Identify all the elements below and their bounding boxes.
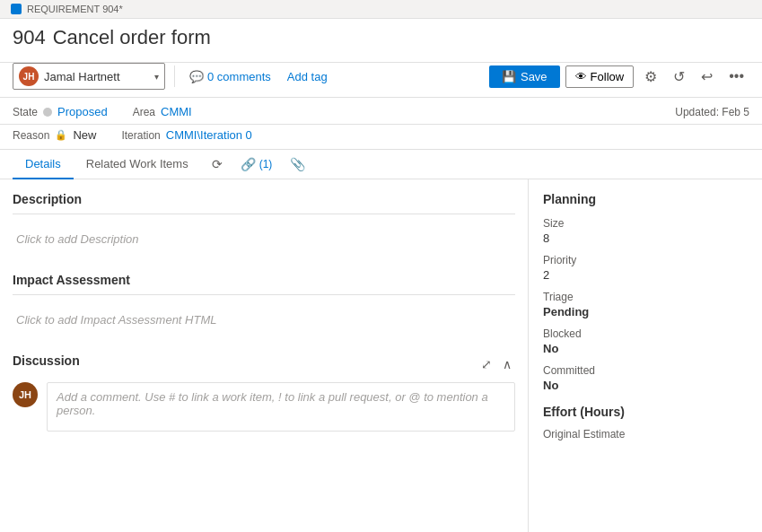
area-label: Area [133, 106, 155, 118]
iteration-field: Iteration CMMI\Iteration 0 [121, 128, 251, 142]
description-section: Description Click to add Description [13, 192, 515, 253]
impact-section: Impact Assessment Click to add Impact As… [13, 273, 515, 334]
assignee-name: Jamal Hartnett [44, 70, 149, 83]
work-item-id: 904 [13, 26, 46, 49]
tab-related-work-items[interactable]: Related Work Items [74, 150, 201, 179]
meta-row-2: Reason 🔒 New Iteration CMMI\Iteration 0 [0, 125, 762, 150]
comment-input[interactable]: Add a comment. Use # to link a work item… [47, 382, 515, 432]
undo-button[interactable]: ↩ [696, 65, 718, 89]
comments-button[interactable]: 💬 0 comments [184, 67, 276, 86]
reason-value[interactable]: New [73, 128, 96, 142]
link-icon: 🔗 [241, 157, 256, 171]
iteration-value[interactable]: CMMI\Iteration 0 [166, 128, 252, 142]
impact-placeholder[interactable]: Click to add Impact Assessment HTML [13, 306, 515, 334]
planning-title: Planning [543, 192, 748, 206]
tab-attachments[interactable]: 📎 [283, 152, 312, 177]
assignee-dropdown[interactable]: JH Jamal Hartnett ▾ [13, 63, 165, 90]
tabs-bar: Details Related Work Items ⟳ 🔗 (1) 📎 [0, 150, 762, 179]
paperclip-icon: 📎 [290, 157, 305, 171]
original-estimate-label: Original Estimate [543, 428, 748, 440]
committed-label: Committed [543, 364, 748, 377]
discussion-header: Discussion ⤢ ∧ [13, 353, 515, 375]
priority-value[interactable]: 2 [543, 268, 748, 282]
toolbar: JH Jamal Hartnett ▾ 💬 0 comments Add tag… [0, 63, 762, 98]
state-field: State Proposed [13, 105, 108, 118]
tab-links[interactable]: 🔗 (1) [233, 152, 280, 177]
description-placeholder[interactable]: Click to add Description [13, 225, 515, 253]
breadcrumb-text: REQUIREMENT 904* [27, 4, 123, 14]
work-item-title-row: 904 Cancel order form [13, 26, 749, 49]
triage-label: Triage [543, 291, 748, 303]
field-size: Size 8 [543, 217, 748, 245]
breadcrumb-bar: REQUIREMENT 904* [0, 0, 762, 19]
triage-value[interactable]: Pending [543, 305, 748, 318]
tab-history[interactable]: ⟳ [205, 152, 230, 177]
discussion-section: Discussion ⤢ ∧ JH Add a comment. Use # t… [13, 353, 515, 432]
field-committed: Committed No [543, 364, 748, 392]
settings-button[interactable]: ⚙ [639, 65, 662, 89]
work-item-header: 904 Cancel order form [0, 19, 762, 63]
blocked-value[interactable]: No [543, 342, 748, 355]
description-divider [13, 214, 515, 214]
description-title: Description [13, 192, 515, 206]
impact-title: Impact Assessment [13, 273, 515, 287]
updated-text: Updated: Feb 5 [675, 106, 749, 118]
discussion-actions: ⤢ ∧ [477, 355, 515, 373]
reason-field: Reason 🔒 New [13, 128, 96, 142]
meta-row: State Proposed Area CMMI Updated: Feb 5 [0, 98, 762, 125]
lock-icon: 🔒 [55, 129, 67, 141]
impact-divider [13, 294, 515, 295]
priority-label: Priority [543, 254, 748, 266]
field-blocked: Blocked No [543, 327, 748, 355]
size-label: Size [543, 217, 748, 230]
comment-icon: 💬 [189, 70, 204, 83]
committed-value[interactable]: No [543, 379, 748, 392]
tab-details[interactable]: Details [13, 150, 74, 179]
more-button[interactable]: ••• [723, 65, 749, 88]
save-button[interactable]: 💾 Save [489, 65, 560, 88]
reason-label: Reason [13, 129, 49, 142]
save-icon: 💾 [502, 70, 516, 83]
state-value[interactable]: Proposed [57, 105, 108, 118]
right-panel: Planning Size 8 Priority 2 Triage Pendin… [529, 179, 762, 532]
comments-count: 0 comments [207, 70, 271, 83]
refresh-button[interactable]: ↺ [668, 65, 690, 89]
history-icon: ⟳ [212, 157, 223, 171]
toolbar-divider-1 [174, 65, 175, 87]
state-label: State [13, 106, 38, 118]
add-tag-button[interactable]: Add tag [282, 67, 333, 86]
follow-button[interactable]: 👁 Follow [565, 65, 635, 88]
main-content: Description Click to add Description Imp… [0, 179, 762, 532]
assignee-avatar: JH [19, 66, 39, 86]
area-field: Area CMMI [133, 105, 192, 118]
left-panel: Description Click to add Description Imp… [0, 179, 529, 532]
size-value[interactable]: 8 [543, 231, 748, 245]
comment-box: JH Add a comment. Use # to link a work i… [13, 382, 515, 432]
requirement-icon [11, 4, 22, 14]
work-item-name[interactable]: Cancel order form [53, 26, 211, 49]
blocked-label: Blocked [543, 327, 748, 340]
expand-icon[interactable]: ⤢ [477, 355, 495, 373]
area-value[interactable]: CMMI [161, 105, 192, 118]
discussion-title: Discussion [13, 353, 80, 368]
effort-title: Effort (Hours) [543, 405, 748, 419]
field-priority: Priority 2 [543, 254, 748, 282]
field-original-estimate: Original Estimate [543, 428, 748, 440]
iteration-label: Iteration [121, 129, 160, 142]
collapse-icon[interactable]: ∧ [499, 355, 515, 373]
follow-icon: 👁 [575, 70, 587, 83]
state-dot [43, 108, 52, 117]
comment-avatar: JH [13, 382, 38, 407]
assignee-dropdown-arrow: ▾ [154, 72, 159, 82]
field-triage: Triage Pending [543, 291, 748, 318]
